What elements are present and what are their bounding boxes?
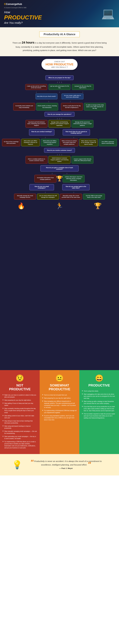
result-item: Try implementing a full-featured CRM tha…: [42, 410, 77, 414]
ans-emails-good: Check emails 2-3 times, meaning less dis…: [36, 103, 58, 110]
arr11: ↓: [57, 153, 58, 156]
ans-meet-2: Both online and offline meetings to disc…: [21, 139, 40, 146]
answer-early: I get up early and prepare for the day.: [49, 84, 70, 90]
answer-late: I wake up late and do everything at the …: [25, 84, 47, 90]
trophy-icon: 🏆: [56, 175, 63, 182]
logo-text: CConvergeHub: [4, 3, 22, 6]
arr2: ↓: [49, 91, 70, 93]
ans-email-1: Manually manage the email campaign and I…: [14, 194, 36, 200]
icon-somewhat-productive: 😐: [42, 374, 77, 382]
result-item: You're using time wisely.: [82, 390, 116, 392]
header: CConvergeHub #1 Easiest Converged CRM fo…: [0, 0, 119, 27]
ans-cust-1: Refer to multiple platforms to resolve c…: [26, 156, 47, 164]
results-section: 😟 NotProductive Right now, you have no s…: [0, 370, 119, 454]
figure-trophy2: 🏆: [94, 202, 102, 210]
result-item: Start using web-based meetings to improv…: [3, 425, 37, 429]
ans-assign-1: Manually assign all or never provide lea…: [60, 194, 82, 200]
logo-c: C: [4, 3, 6, 6]
icon-productive: 😄: [82, 374, 116, 382]
result-not-productive: 😟 NotProductive Right now, you have no s…: [0, 370, 40, 454]
arr14: ↓: [52, 172, 53, 174]
result-item: Start getting 4 hours of sleep and start…: [3, 402, 37, 406]
quote-section: 💡 " Productivity is never an accident. I…: [0, 454, 119, 476]
arrow-down-1: ↓: [57, 81, 58, 84]
result-item: Find out what's required to make the pro…: [82, 413, 116, 419]
arr7: ↓: [59, 117, 60, 120]
arr5: ↓: [70, 100, 71, 103]
arr6: ↓: [57, 117, 58, 120]
quote-close: ": [88, 461, 91, 468]
ans-plan-bad: Devise a work plan for the day but fail …: [61, 103, 83, 110]
arr13: ↓: [61, 153, 62, 156]
quote-text: " Productivity is never an accident. It …: [25, 460, 107, 470]
ans-360-bad: Incomplete information from multiple pla…: [35, 175, 56, 182]
result-item: You're so close but not quite there yet.: [42, 394, 77, 396]
result-list-not: Right now, you have no systems in place …: [3, 394, 37, 449]
ans-ops-mid: Manage Sales and Marketing together and …: [49, 120, 70, 128]
flowchart-title: CHECK OUT HOW PRODUCTIVE ARE YOU REALLY …: [2, 59, 117, 71]
quote-open: ": [30, 458, 34, 466]
answer-night-before: I prepare for the next day the night bef…: [72, 84, 94, 90]
arrow-down-2: ↓: [59, 81, 60, 84]
title-how: How: [4, 10, 10, 14]
cloud-shape: CHECK OUT HOW PRODUCTIVE ARE YOU REALLY …: [41, 59, 78, 70]
figure-run: 🏃: [56, 202, 63, 210]
q-email-campaigns: How do you run email campaigns?: [29, 184, 54, 190]
q-check-emails: How often do you check emails?: [36, 94, 57, 99]
result-productive: 😄 Productive You're using time wisely. S…: [79, 370, 119, 454]
arr16: ↓: [45, 191, 46, 194]
result-item: Start preparing for your day the night b…: [3, 399, 37, 401]
result-item: Stop diving to many face-to-face meeting…: [3, 420, 37, 424]
title-areyou: Are You really?: [4, 21, 23, 24]
result-item: Start coming up with a strategy to help …: [82, 400, 116, 404]
ans-rep-2: Takes about 1 hour's time on an average,…: [79, 139, 97, 146]
ans-ops-good: Manage all the processes collectively fr…: [72, 120, 93, 128]
highlight-24: 24 hours: [22, 41, 35, 44]
fc-check-out: CHECK OUT: [46, 60, 73, 63]
figure-fire: 🔥: [17, 202, 25, 210]
result-item: Stop managing your different departments…: [42, 400, 77, 408]
logo-name: ConvergeHub: [6, 3, 22, 6]
q-customer-issues: How do you resolve customer issues?: [44, 148, 75, 153]
ans-cust-3: Answer support ticket directly within th…: [72, 156, 93, 164]
quote-illustration: 💡: [12, 460, 22, 470]
result-item: Right now, you have no systems in place …: [3, 394, 37, 398]
result-list-somewhat: You're so close but not quite there yet.…: [42, 394, 77, 421]
q-360-view: How do you gain a complete view of each …: [40, 165, 79, 172]
ans-360-good: Achieve 360 degree view from CRM that sh…: [63, 175, 84, 182]
arr1: ↓: [25, 91, 47, 93]
result-item: If you're using standalone systems, see …: [42, 415, 77, 421]
arr17: ↓: [73, 191, 74, 194]
arr4: ↓: [48, 100, 49, 103]
flowchart-section: CHECK OUT HOW PRODUCTIVE ARE YOU REALLY …: [0, 56, 119, 370]
arr12: ↓: [59, 153, 60, 156]
ans-cust-2: Switch between Customer Support platform…: [49, 156, 70, 164]
question-prepare: When do you prepare for the day?: [45, 75, 74, 80]
quote-author: — Paul J. Meyer: [59, 467, 73, 469]
result-item: Try implementing a CRM that allows you t…: [3, 441, 37, 449]
result-title-not: NotProductive: [3, 384, 37, 392]
arr8: ↓: [61, 117, 62, 120]
ans-assign-2: Use the CRM to auto-assign leads to the …: [83, 194, 105, 200]
arr10: ↓: [73, 136, 74, 138]
result-title-somewhat: SomewhatProductive: [42, 384, 77, 392]
fc-how-productive: HOW PRODUCTIVE: [46, 63, 73, 66]
logo: CConvergeHub: [4, 3, 42, 6]
ans-meet-3: Both online and offline, conferencing an…: [41, 139, 59, 146]
ans-email-2: Use an email software but still manage t…: [37, 194, 59, 200]
q-operations: How do you manage the operations?: [44, 112, 74, 117]
fc-are-you: ARE YOU REALLY ?: [46, 66, 73, 68]
q-assign-leads: How do you assign leads to the sales tea…: [62, 184, 90, 190]
result-item: If you feel that you're not as productiv…: [82, 406, 116, 412]
ans-rep-3: Use CRM to generate reports automaticall…: [99, 139, 117, 146]
result-somewhat-productive: 😐 SomewhatProductive You're so close but…: [40, 370, 79, 454]
arr15: ↓: [66, 172, 67, 174]
q-reports: How much time do you spend on creating r…: [63, 129, 90, 136]
icon-not-productive: 😟: [3, 374, 37, 382]
ans-plan-good: I'm able to manage all the daily tasks i…: [84, 103, 106, 110]
ans-ops-bad: Hop back and forth between Sales, Market…: [26, 120, 47, 128]
title-productive: PRODUCTIVE: [4, 14, 42, 21]
q-meetings: How do you conduct meetings?: [29, 129, 54, 136]
ans-rep-1: Takes 4-5 hours to extract and analyze d…: [60, 139, 78, 146]
header-illustration: 💻: [101, 7, 115, 20]
